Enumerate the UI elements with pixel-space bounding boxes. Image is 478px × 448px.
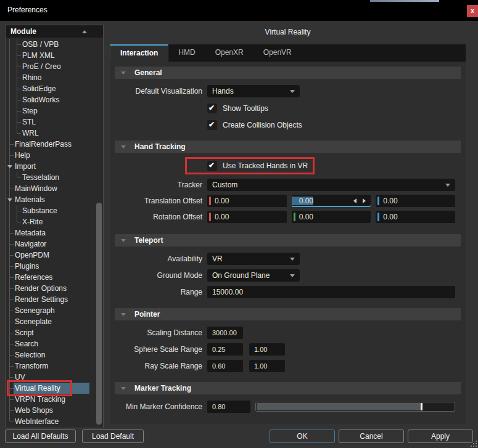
sidebar-item-webinterface[interactable]: WebInterface: [6, 416, 103, 427]
sidebar-item-wrl[interactable]: WRL: [6, 128, 103, 139]
sidebar-item-substance[interactable]: Substance: [6, 205, 103, 216]
translation-offset-y-field[interactable]: 0.00: [292, 195, 371, 207]
sidebar-item-proe-creo[interactable]: ProE / Creo: [6, 61, 103, 72]
sidebar-item-selection[interactable]: Selection: [6, 349, 103, 360]
background-window-edge: [370, 0, 439, 2]
load-all-defaults-button[interactable]: Load All Defaults: [5, 430, 76, 443]
section-general[interactable]: General: [115, 67, 461, 79]
scaling-distance-label: Scaling Distance: [115, 328, 202, 337]
show-tooltips-checkbox[interactable]: [207, 104, 217, 113]
sidebar-item-help[interactable]: Help: [6, 150, 103, 161]
sidebar-item-transform[interactable]: Transform: [6, 360, 103, 372]
ray-scale-max-field[interactable]: 1.00: [249, 360, 285, 372]
default-visualization-row: Default Visualization Hands: [115, 85, 461, 97]
close-button[interactable]: x: [467, 5, 478, 17]
sidebar-item-plm-xml[interactable]: PLM XML: [6, 50, 103, 61]
translation-offset-z-field[interactable]: 0.00: [376, 195, 455, 207]
chevron-down-icon: [290, 90, 295, 93]
sidebar-item-solidedge[interactable]: SolidEdge: [6, 83, 103, 94]
sidebar-item-rhino[interactable]: Rhino: [6, 72, 103, 83]
availability-dropdown[interactable]: VR: [207, 253, 300, 265]
sidebar-item-tesselation[interactable]: Tesselation: [6, 172, 103, 183]
sidebar-item-x-rite[interactable]: X-Rite: [6, 216, 103, 227]
module-header[interactable]: Module: [6, 25, 103, 38]
collapse-down-icon: [121, 313, 126, 316]
show-tooltips-label: Show Tooltips: [223, 104, 268, 113]
window-title: Preferences: [7, 6, 47, 14]
sidebar-item-finalrenderpass[interactable]: FinalRenderPass: [6, 139, 103, 150]
sidebar-item-mainwindow[interactable]: MainWindow: [6, 183, 103, 194]
title-bar[interactable]: Preferences x: [0, 0, 478, 21]
translation-offset-row: Translation Offset 0.00 0.00 0.00: [115, 195, 461, 207]
rotation-offset-y-field[interactable]: 0.00: [292, 211, 371, 223]
use-tracked-hands-checkbox[interactable]: [207, 161, 217, 171]
sidebar-item-materials[interactable]: Materials: [6, 194, 103, 205]
default-visualization-dropdown[interactable]: Hands: [207, 85, 300, 97]
tab-bar: Interaction HMD OpenXR OpenVR: [110, 44, 466, 62]
sidebar-item-import[interactable]: Import: [6, 161, 103, 172]
sidebar-scrollbar-thumb[interactable]: [96, 203, 102, 425]
sphere-scale-max-field[interactable]: 1.00: [249, 343, 285, 356]
tab-hmd[interactable]: HMD: [168, 44, 205, 62]
sidebar-item-solidworks[interactable]: SolidWorks: [6, 94, 103, 105]
cancel-button[interactable]: Cancel: [339, 430, 404, 443]
spinner-left-icon: [353, 198, 356, 203]
collapse-down-icon: [121, 387, 126, 390]
apply-button[interactable]: Apply: [408, 430, 473, 443]
sidebar-item-references[interactable]: References: [6, 272, 103, 283]
load-default-button[interactable]: Load Default: [82, 430, 144, 443]
default-visualization-label: Default Visualization: [115, 87, 202, 96]
module-header-label: Module: [10, 27, 36, 36]
rotation-offset-x-field[interactable]: 0.00: [207, 211, 287, 223]
sidebar-item-sceneplate[interactable]: Sceneplate: [6, 316, 103, 327]
sidebar-item-openpdm[interactable]: OpenPDM: [6, 250, 103, 261]
resize-grip[interactable]: [471, 441, 477, 447]
tab-openxr[interactable]: OpenXR: [205, 44, 253, 62]
rotation-offset-row: Rotation Offset 0.00 0.00 0.00: [115, 211, 461, 223]
scaling-distance-field[interactable]: 3000.00: [207, 327, 243, 339]
tab-openvr[interactable]: OpenVR: [253, 44, 302, 62]
sphere-scale-min-field[interactable]: 0.25: [207, 343, 243, 356]
ok-button[interactable]: OK: [270, 430, 335, 443]
tree-subgroup: OSB / VPB PLM XML ProE / Creo Rhino Soli…: [6, 39, 103, 139]
sidebar-item-vrpn-tracking[interactable]: VRPN Tracking: [6, 394, 103, 405]
page-title: Virtual Reality: [110, 28, 466, 36]
create-collision-objects-checkbox[interactable]: [207, 120, 217, 130]
sidebar-item-scenegraph[interactable]: Scenegraph: [6, 305, 103, 316]
sidebar-item-plugins[interactable]: Plugins: [6, 261, 103, 272]
sidebar-item-stl[interactable]: STL: [6, 116, 103, 128]
sidebar-item-osb-vpb[interactable]: OSB / VPB: [6, 39, 103, 50]
section-hand-tracking[interactable]: Hand Tracking: [115, 141, 461, 153]
translation-offset-x-field[interactable]: 0.00: [207, 195, 287, 207]
sidebar-item-metadata[interactable]: Metadata: [6, 227, 103, 238]
sidebar-item-navigator[interactable]: Navigator: [6, 238, 103, 250]
slider-handle[interactable]: [421, 403, 422, 410]
section-pointer[interactable]: Pointer: [115, 308, 461, 320]
range-label: Range: [115, 288, 202, 296]
sidebar-item-script[interactable]: Script: [6, 327, 103, 338]
sidebar-item-step[interactable]: Step: [6, 105, 103, 116]
min-marker-confidence-row: Min Marker Confidence 0.80: [115, 401, 461, 413]
section-teleport[interactable]: Teleport: [115, 234, 461, 246]
sidebar-item-render-options[interactable]: Render Options: [6, 283, 103, 294]
ground-mode-row: Ground Mode On Ground Plane: [115, 269, 461, 282]
section-marker-tracking[interactable]: Marker Tracking: [115, 382, 461, 394]
tracker-dropdown[interactable]: Custom: [207, 179, 455, 191]
sidebar-item-render-settings[interactable]: Render Settings: [6, 294, 103, 305]
ground-mode-dropdown[interactable]: On Ground Plane: [207, 269, 300, 282]
spinner-arrows[interactable]: [353, 198, 366, 203]
sidebar-item-uv[interactable]: UV: [6, 372, 103, 383]
module-sidebar: Module OSB / VPB PLM XML ProE / Creo Rhi…: [5, 25, 104, 428]
slider-fill: [257, 403, 421, 410]
sidebar-item-virtual-reality[interactable]: Virtual Reality: [6, 383, 103, 394]
range-field[interactable]: 15000.00: [207, 286, 455, 298]
min-marker-confidence-field[interactable]: 0.80: [207, 401, 250, 413]
preferences-window: Preferences x Module OSB / VPB PLM XML P…: [0, 0, 478, 448]
expand-arrow-icon: [7, 165, 12, 168]
ray-scale-min-field[interactable]: 0.60: [207, 360, 243, 372]
tab-interaction[interactable]: Interaction: [110, 44, 168, 62]
min-marker-confidence-slider[interactable]: [255, 402, 455, 412]
sidebar-item-search[interactable]: Search: [6, 338, 103, 349]
sidebar-item-web-shops[interactable]: Web Shops: [6, 405, 103, 416]
rotation-offset-z-field[interactable]: 0.00: [376, 211, 455, 223]
